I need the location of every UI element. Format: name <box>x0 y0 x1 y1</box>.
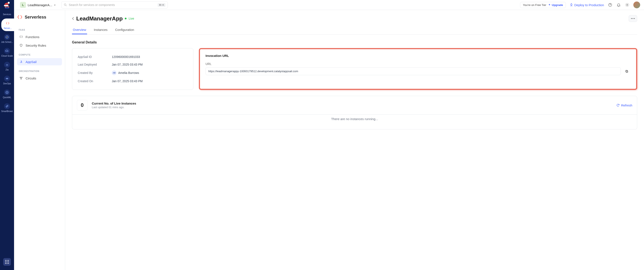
rail-item-devops[interactable]: DevOps <box>1 74 14 86</box>
settings-button[interactable] <box>625 2 630 7</box>
bell-icon <box>616 3 621 7</box>
svg-point-3 <box>7 65 8 66</box>
project-selector[interactable]: L LeadManagerA... ▾ <box>18 1 58 9</box>
rail-item-smartbrowz[interactable]: SmartBrowz <box>1 102 14 114</box>
product-logo[interactable] <box>3 2 11 10</box>
invocation-url-card: Invocation URL URL https://leadmanagerap… <box>199 48 637 90</box>
appsail-id-value: 12096000001691033 <box>112 55 140 58</box>
help-button[interactable] <box>608 2 612 7</box>
infinity-icon <box>4 76 10 82</box>
page-title: LeadManagerApp <box>76 15 123 22</box>
created-by-value: AB Amelia Burrows <box>112 70 139 75</box>
svg-point-13 <box>631 18 632 19</box>
tab-overview[interactable]: Overview <box>72 26 87 34</box>
tier-label: You're on Free Tier <box>523 4 546 6</box>
deploy-button[interactable]: Deploy to Production <box>570 3 604 7</box>
sidebar-item-circuits[interactable]: Circuits <box>17 74 62 82</box>
tabs: Overview Instances Configuration <box>72 26 637 34</box>
svg-point-9 <box>627 4 628 6</box>
code-brackets-icon <box>5 20 11 26</box>
svg-rect-1 <box>4 5 8 6</box>
code-brackets-icon <box>17 14 22 20</box>
sidebar-item-label: Security Rules <box>26 44 46 47</box>
svg-point-0 <box>8 2 10 4</box>
section-label-compute: COMPUTE <box>19 54 62 56</box>
sidebar-item-functions[interactable]: Functions <box>17 33 62 40</box>
rail-item-services[interactable]: Services <box>1 12 14 17</box>
left-rail: Services Server... Job Sched... Cloud Sc… <box>0 0 14 270</box>
search-shortcut: ⌘+K <box>158 3 166 7</box>
project-name: LeadManagerA... <box>28 3 52 7</box>
general-details-heading: General Details <box>72 40 637 44</box>
created-by-label: Created By <box>78 71 112 74</box>
tab-configuration[interactable]: Configuration <box>114 26 135 34</box>
svg-point-8 <box>610 6 610 6</box>
copy-icon <box>625 70 629 73</box>
svg-rect-16 <box>626 71 628 72</box>
svg-line-6 <box>66 5 66 6</box>
rail-item-label: Services <box>3 13 11 16</box>
instances-empty-state: There are no instances running... <box>72 108 637 130</box>
section-label-faas: FAAS <box>19 29 62 31</box>
section-label-orchestration: ORCHESTRATION <box>19 70 62 72</box>
gear-icon <box>625 3 629 7</box>
rail-item-label: QuickML <box>3 96 11 98</box>
rail-item-quickml[interactable]: QuickML <box>1 88 14 100</box>
cloud-icon <box>4 48 10 54</box>
general-details-card: AppSail ID 12096000001691033 Last Deploy… <box>72 48 193 90</box>
more-actions-button[interactable] <box>629 15 637 22</box>
sidebar-item-appsail[interactable]: AppSail <box>17 58 62 65</box>
rail-item-zia[interactable]: Zia <box>1 60 14 72</box>
upgrade-button[interactable]: Upgrade <box>548 4 563 6</box>
sidebar-header: Serverless <box>17 14 62 20</box>
invocation-url-value[interactable]: https://leadmanagerappy-10093179512.deve… <box>206 67 621 75</box>
apps-grid-button[interactable] <box>3 258 11 266</box>
rocket-icon <box>570 3 573 6</box>
braces-icon <box>19 35 23 39</box>
link-icon <box>4 103 10 109</box>
instances-updated: Last updated 01 mins ago. <box>92 106 136 109</box>
rail-item-job-scheduling[interactable]: Job Sched... <box>1 32 14 45</box>
rail-item-label: Server... <box>4 27 12 30</box>
last-deployed-value: Jan 07, 2025 03:43 PM <box>112 63 143 66</box>
sidebar-item-label: Functions <box>26 35 40 39</box>
chevron-left-icon <box>72 17 74 20</box>
notifications-button[interactable] <box>616 2 621 7</box>
tab-instances[interactable]: Instances <box>93 26 108 34</box>
copy-url-button[interactable] <box>623 67 630 75</box>
sidebar: Serverless FAAS Functions Security Rules… <box>14 10 65 270</box>
search-input[interactable] <box>69 3 156 6</box>
svg-point-15 <box>634 18 635 19</box>
chevron-down-icon: ▾ <box>54 4 55 6</box>
sail-icon <box>19 60 23 64</box>
rail-item-label: DevOps <box>3 82 11 85</box>
sidebar-item-label: Circuits <box>26 76 36 80</box>
user-initials-badge: AB <box>112 70 116 75</box>
help-icon <box>608 3 612 7</box>
zia-icon <box>4 62 10 68</box>
sparkle-icon <box>548 4 551 6</box>
svg-point-14 <box>632 18 633 19</box>
svg-point-5 <box>64 4 66 6</box>
back-button[interactable] <box>72 17 74 20</box>
refresh-icon <box>616 104 620 107</box>
top-bar: L LeadManagerA... ▾ ⌘+K You're on Free T… <box>14 0 644 10</box>
svg-point-11 <box>22 77 22 78</box>
instance-count: 0 <box>77 100 88 110</box>
user-avatar[interactable] <box>633 2 640 8</box>
rail-item-cloud-scale[interactable]: Cloud Scale <box>1 46 14 59</box>
sidebar-item-label: AppSail <box>26 60 37 64</box>
ellipsis-icon <box>631 18 635 19</box>
rail-item-label: Cloud Scale <box>1 55 13 57</box>
url-label: URL <box>206 62 630 66</box>
search-icon <box>64 3 67 6</box>
refresh-button[interactable]: Refresh <box>616 104 632 107</box>
sidebar-item-security[interactable]: Security Rules <box>17 42 62 49</box>
last-deployed-label: Last Deployed <box>78 63 112 66</box>
rail-item-serverless[interactable]: Server... <box>1 18 14 31</box>
svg-point-10 <box>20 77 21 78</box>
compass-icon <box>4 90 10 96</box>
svg-rect-17 <box>626 70 628 72</box>
grid-icon <box>5 260 9 264</box>
global-search[interactable]: ⌘+K <box>61 1 168 8</box>
